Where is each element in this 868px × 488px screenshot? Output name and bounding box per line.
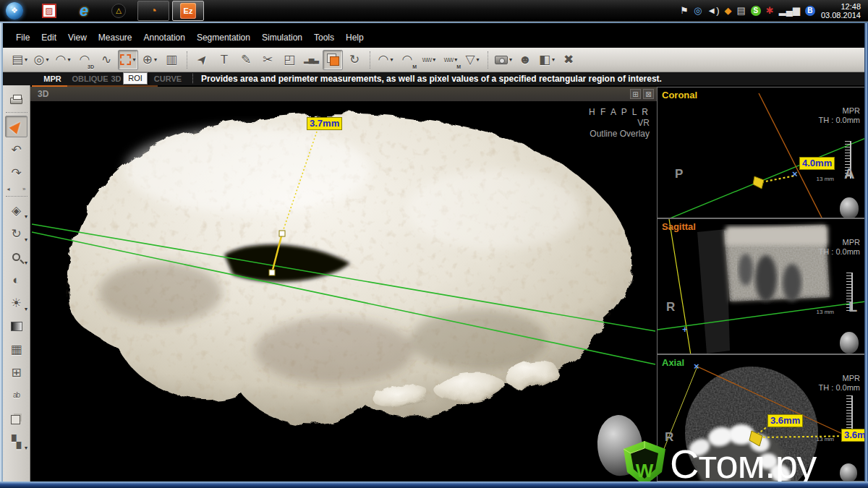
- implant-simulation-button[interactable]: ▽▾: [462, 50, 482, 70]
- roi-measure-button[interactable]: ▾: [118, 50, 138, 70]
- text-annotation-button[interactable]: T: [214, 50, 234, 70]
- menu-simulation[interactable]: Simulation: [256, 31, 308, 44]
- daemon-tray-icon[interactable]: ◆: [725, 6, 732, 15]
- profile-graph-button[interactable]: ∿: [96, 50, 116, 70]
- settings-button[interactable]: ✖: [558, 50, 579, 70]
- menu-tools[interactable]: Tools: [308, 31, 340, 44]
- zoom-tool-button[interactable]: ▾: [5, 246, 27, 267]
- menu-segmentation[interactable]: Segmentation: [191, 31, 256, 44]
- taskbar-app-image-viewer[interactable]: ▨: [33, 1, 65, 21]
- menu-view[interactable]: View: [62, 31, 93, 44]
- tooth-segmentation-button[interactable]: ww▾: [419, 50, 439, 70]
- view-cube-button[interactable]: [5, 408, 27, 429]
- axial-measurement-label-clipped[interactable]: 3.6mm: [841, 429, 865, 442]
- taskbar-app-internet-explorer[interactable]: e: [68, 1, 100, 21]
- dropdown-arrow-icon[interactable]: ▾: [132, 56, 135, 63]
- safely-remove-icon[interactable]: ▤: [737, 6, 746, 15]
- overlay-compare-button[interactable]: [323, 50, 343, 70]
- bluetooth-icon[interactable]: B: [805, 6, 815, 16]
- render-pattern-button[interactable]: ▚▾: [5, 431, 27, 453]
- taskbar-app-dental-viewer[interactable]: ◔: [137, 1, 169, 21]
- windowing-button[interactable]: [5, 315, 27, 337]
- dropdown-arrow-icon[interactable]: ▾: [46, 56, 48, 63]
- axial-crosshair[interactable]: ×: [694, 361, 699, 372]
- dropdown-arrow-icon[interactable]: ▾: [509, 56, 512, 63]
- patient-info-button[interactable]: ☻: [515, 50, 535, 70]
- dropdown-arrow-icon[interactable]: ▾: [67, 56, 70, 63]
- network-icon[interactable]: ▂▄▆: [779, 6, 800, 15]
- dropdown-arrow-icon[interactable]: ▾: [25, 445, 27, 451]
- tab-curve[interactable]: CURVE: [149, 72, 187, 85]
- invert-button[interactable]: ◐: [5, 269, 27, 291]
- measurement-label-3d[interactable]: 3.7mm: [307, 117, 342, 130]
- menu-help[interactable]: Help: [340, 31, 370, 44]
- volume-icon[interactable]: ◄): [707, 6, 719, 15]
- redo-button[interactable]: ↷: [5, 162, 27, 184]
- sidebar-collapse-arrows[interactable]: ◂»: [6, 186, 27, 192]
- measurement-handle-2[interactable]: [269, 270, 275, 275]
- coronal-measurement-label[interactable]: 4.0mm: [799, 157, 835, 170]
- tooth-segmentation-manual-button[interactable]: wwM▾: [441, 50, 461, 70]
- dropdown-arrow-icon[interactable]: ▾: [454, 56, 457, 63]
- reset-region-button[interactable]: ↻: [344, 50, 365, 70]
- tab-oblique[interactable]: OBLIQUE: [70, 72, 110, 85]
- taskbar-app-daemon-tools[interactable]: △: [103, 1, 135, 21]
- tab-mpr[interactable]: MPR: [35, 72, 70, 85]
- menu-edit[interactable]: Edit: [35, 31, 62, 44]
- grid-layout-icon[interactable]: ⊞: [630, 89, 641, 99]
- dropdown-arrow-icon[interactable]: ▾: [154, 56, 157, 63]
- antivirus-icon[interactable]: ✱: [766, 6, 774, 15]
- coronal-panel[interactable]: Coronal MPR TH : 0.0mm P A 13 mm × 4.0mm: [657, 87, 865, 218]
- linear-measure-button[interactable]: ▤▾: [9, 50, 30, 70]
- menu-measure[interactable]: Measure: [93, 31, 138, 44]
- dropdown-arrow-icon[interactable]: ▾: [390, 56, 393, 63]
- magnify-region-button[interactable]: ⊞: [5, 361, 27, 383]
- histogram-view-button[interactable]: ▂▅▃: [301, 50, 321, 70]
- free-draw-button[interactable]: ✎: [236, 50, 256, 70]
- angle-measure-3d-button[interactable]: ◠3D: [75, 50, 95, 70]
- sagittal-crosshair[interactable]: +: [682, 324, 688, 335]
- dropdown-arrow-icon[interactable]: ▾: [25, 213, 27, 220]
- dropdown-arrow-icon[interactable]: ▾: [433, 56, 435, 63]
- skype-icon[interactable]: S: [751, 6, 761, 16]
- sagittal-panel[interactable]: Sagittal MPR TH : 0.0mm R L 13 mm +: [657, 218, 865, 354]
- print-button[interactable]: [5, 87, 27, 109]
- fullscreen-icon[interactable]: ⊠: [643, 89, 654, 99]
- undo-button[interactable]: ↶: [5, 139, 27, 160]
- clipping-box-button[interactable]: ▦: [5, 338, 27, 360]
- dropdown-arrow-icon[interactable]: ▾: [477, 56, 480, 63]
- grid-overlay-button[interactable]: ⊕▾: [140, 50, 160, 70]
- tape-measure-button[interactable]: ◎▾: [31, 50, 51, 70]
- dropdown-arrow-icon[interactable]: ▾: [552, 56, 555, 63]
- menu-file[interactable]: File: [10, 31, 35, 44]
- dropdown-arrow-icon[interactable]: ▾: [25, 260, 27, 266]
- rotate-3d-button[interactable]: ↻▾: [5, 223, 27, 244]
- dental-arch-button[interactable]: ◠▾: [375, 50, 396, 70]
- menu-annotation[interactable]: Annotation: [138, 31, 191, 44]
- pointer-button[interactable]: [5, 116, 27, 137]
- action-center-icon[interactable]: ⚑: [680, 6, 689, 15]
- dropdown-arrow-icon[interactable]: ▾: [25, 306, 27, 312]
- taskbar-clock[interactable]: 12:48 03.08.2014: [821, 2, 861, 20]
- dropdown-arrow-icon[interactable]: ▾: [25, 236, 27, 243]
- brightness-contrast-button[interactable]: ☀▾: [5, 292, 27, 314]
- annotation-text-size-button[interactable]: ab: [5, 385, 27, 406]
- capture-button[interactable]: ▾: [493, 50, 514, 70]
- dropdown-arrow-icon[interactable]: ▾: [25, 56, 27, 63]
- region-select-button[interactable]: ◰: [279, 50, 299, 70]
- dental-arch-manual-button[interactable]: ◠M: [397, 50, 417, 70]
- toolbar-separator: [370, 51, 370, 69]
- pan-button[interactable]: ◈▾: [5, 200, 27, 221]
- sculpt-cut-button[interactable]: ✂: [258, 50, 278, 70]
- axial-measurement-label[interactable]: 3.6mm: [767, 414, 803, 427]
- windows-update-icon[interactable]: ◎: [694, 6, 702, 15]
- select-arrow-button[interactable]: ➤: [192, 50, 213, 70]
- angle-measure-button[interactable]: ◠▾: [53, 50, 73, 70]
- main-3d-view[interactable]: H F A P L R VR Outline Overlay 3.7mm: [30, 101, 657, 481]
- start-button[interactable]: ❖: [6, 2, 23, 20]
- taskbar-app-ez3d[interactable]: Ez: [172, 1, 204, 21]
- measurement-handle-1[interactable]: [279, 231, 285, 236]
- volume-measure-button[interactable]: ▥: [161, 50, 182, 70]
- layout-select-button[interactable]: ◧▾: [537, 50, 557, 70]
- coronal-crosshair[interactable]: ×: [792, 168, 798, 179]
